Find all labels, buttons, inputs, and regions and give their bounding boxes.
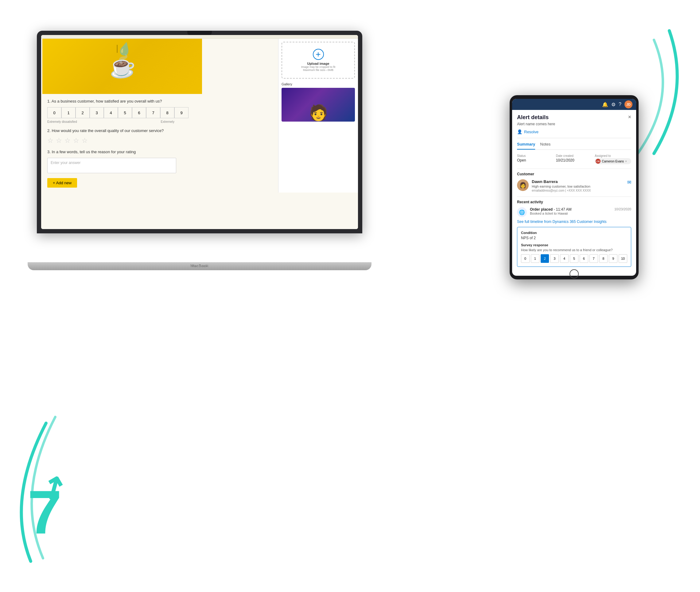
activity-name: Order placed: [530, 207, 553, 211]
upload-image-box[interactable]: + Upload image Image may be cropped to f…: [282, 42, 355, 79]
survey-question-1: 1. As a business customer, how satisfied…: [47, 99, 272, 103]
rating-label-left: Extremely dissatisfied: [47, 120, 77, 124]
laptop-notch: [187, 31, 212, 35]
assigned-to-value: Cameron Evans: [602, 160, 624, 163]
rating-box-2[interactable]: 2: [76, 107, 90, 118]
customer-info: Dawn Barrera High earning customer, low …: [532, 179, 624, 192]
status-label: Status: [517, 154, 554, 157]
rating-box-1[interactable]: 1: [61, 107, 76, 118]
question-icon[interactable]: ?: [619, 102, 621, 107]
scale-9[interactable]: 9: [609, 254, 617, 263]
resolve-button[interactable]: Resolve: [524, 130, 539, 134]
star-4[interactable]: ☆: [73, 137, 79, 145]
tab-notes[interactable]: Notes: [540, 142, 550, 150]
email-icon[interactable]: ✉: [627, 179, 631, 185]
scale-5[interactable]: 5: [570, 254, 579, 263]
rating-box-5[interactable]: 5: [118, 107, 132, 118]
teal-arrow-decoration: ↗: [33, 466, 73, 510]
resolve-icon: 👤: [517, 129, 522, 134]
scale-2[interactable]: 2: [541, 254, 549, 263]
survey-response-question: How likely are you to recommend us to a …: [521, 248, 627, 252]
teal-curve-left-decoration: [15, 392, 169, 577]
rating-labels-1: Extremely dissatisfied Extremely: [47, 120, 174, 124]
answer-placeholder: Enter your answer: [51, 161, 81, 165]
activity-row: 🌐 Order placed - 11:47 AM Booked a ticke…: [517, 207, 631, 217]
date-created-value: 10/21/2020: [556, 158, 593, 162]
scale-6[interactable]: 6: [580, 254, 588, 263]
activity-time-value: 11:47 AM: [556, 207, 572, 211]
user-avatar[interactable]: JD: [624, 100, 633, 108]
bell-icon[interactable]: 🔔: [602, 102, 608, 107]
recent-activity-title: Recent activity: [517, 200, 631, 204]
scale-4[interactable]: 4: [560, 254, 568, 263]
status-value: Open: [517, 158, 554, 162]
laptop-base: MacBook: [28, 262, 371, 270]
gallery-person-icon: 🧑: [309, 104, 328, 121]
upload-hint-1: Image may be cropped to fit: [301, 65, 336, 68]
condition-box: Condition NPS of 2 Survey response How l…: [517, 227, 631, 267]
activity-time: -: [554, 207, 556, 211]
star-5[interactable]: ☆: [82, 137, 88, 145]
tab-summary[interactable]: Summary: [517, 142, 535, 150]
timeline-link[interactable]: See full timeline from Dynamics 365 Cust…: [517, 219, 631, 224]
resolve-row: 👤 Resolve: [517, 129, 631, 138]
condition-value: NPS of 2: [521, 236, 627, 240]
rating-scale-1[interactable]: 0 1 2 3 4 5 6 7 8 9: [47, 107, 272, 118]
laptop-screen-frame: | ☕ 💧 1. As a business customer, how sat…: [37, 31, 362, 233]
scale-3[interactable]: 3: [550, 254, 559, 263]
laptop-device: | ☕ 💧 1. As a business customer, how sat…: [37, 31, 374, 270]
assigned-chip[interactable]: CE Cameron Evans ×: [595, 158, 631, 164]
rating-box-3[interactable]: 3: [90, 107, 104, 118]
gallery-label: Gallery: [282, 82, 355, 86]
upload-title: Upload image: [307, 62, 329, 65]
add-new-button[interactable]: + Add new: [47, 178, 77, 188]
assigned-avatar: CE: [596, 159, 601, 164]
remove-assigned-icon[interactable]: ×: [625, 160, 627, 163]
close-button[interactable]: ×: [628, 114, 631, 120]
customer-contact: emailaddress@xyz.com | +XXX XXX XXXX: [532, 189, 624, 192]
scale-8[interactable]: 8: [599, 254, 608, 263]
rating-box-0[interactable]: 0: [47, 107, 61, 118]
star-2[interactable]: ☆: [56, 137, 62, 145]
scale-7[interactable]: 7: [590, 254, 598, 263]
date-created-label: Date created: [556, 154, 593, 157]
teal-seven-decoration: 7: [28, 482, 62, 543]
condition-label: Condition: [521, 231, 627, 235]
rating-box-7[interactable]: 7: [146, 107, 160, 118]
rating-box-4[interactable]: 4: [104, 107, 118, 118]
assigned-to-field: Assigned to CE Cameron Evans ×: [595, 154, 631, 164]
star-rating[interactable]: ☆ ☆ ☆ ☆ ☆: [47, 137, 272, 145]
activity-subtitle: Booked a ticket to Hawaii: [530, 211, 611, 215]
activity-globe-icon: 🌐: [517, 207, 527, 217]
customer-section-title: Customer: [517, 172, 631, 176]
laptop-top-bar: [41, 35, 358, 39]
upload-hint-2: Maximum file size—5MB: [303, 68, 334, 71]
rating-box-6[interactable]: 6: [132, 107, 146, 118]
alert-subtitle: Alert name comes here: [517, 122, 631, 126]
customer-row: 👩 Dawn Barrera High earning customer, lo…: [517, 179, 631, 192]
scale-0[interactable]: 0: [521, 254, 530, 263]
customer-tag: High earning customer, low satisfaction: [532, 185, 624, 188]
tablet-home-button[interactable]: [569, 269, 579, 279]
assigned-to-label: Assigned to: [595, 154, 631, 157]
survey-response-label: Survey response: [521, 243, 627, 247]
tablet-screen: 🔔 ⚙ ? JD Alert details × Alert name come…: [512, 99, 636, 276]
rating-box-9[interactable]: 9: [174, 107, 189, 118]
rating-box-8[interactable]: 8: [160, 107, 174, 118]
alert-body: Alert details × Alert name comes here 👤 …: [512, 110, 636, 276]
scale-10[interactable]: 10: [619, 254, 627, 263]
survey-scale: 0 1 2 3 4 5 6 7 8 9 10: [521, 254, 627, 263]
gear-icon[interactable]: ⚙: [611, 102, 615, 107]
rating-label-right: Extremely: [161, 120, 174, 124]
date-created-field: Date created 10/21/2020: [556, 154, 593, 164]
star-1[interactable]: ☆: [47, 137, 53, 145]
survey-form: 1. As a business customer, how satisfied…: [41, 94, 278, 193]
activity-date: 10/23/2020: [614, 207, 631, 211]
activity-info: Order placed - 11:47 AM Booked a ticket …: [530, 207, 611, 215]
alert-header-row: Alert details ×: [517, 114, 631, 121]
star-3[interactable]: ☆: [64, 137, 70, 145]
survey-question-2: 2. How would you rate the overall qualit…: [47, 128, 272, 133]
alert-topbar: 🔔 ⚙ ? JD: [512, 99, 636, 110]
scale-1[interactable]: 1: [531, 254, 540, 263]
text-answer-field[interactable]: Enter your answer: [47, 158, 176, 173]
